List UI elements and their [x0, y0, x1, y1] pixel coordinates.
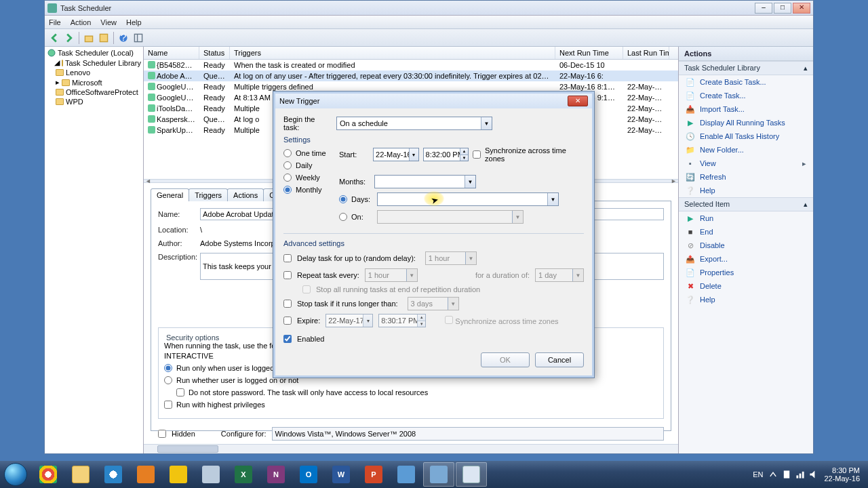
collapse-icon[interactable]: ▴	[804, 64, 808, 73]
menu-view[interactable]: View	[100, 18, 117, 26]
close-button[interactable]: ✕	[793, 3, 810, 14]
chevron-down-icon[interactable]: ▼	[547, 193, 558, 205]
daily-radio[interactable]	[283, 161, 292, 169]
table-row[interactable]: {B5458276-9...ReadyWhen the task is crea…	[144, 60, 678, 70]
tree-folder[interactable]: OfficeSoftwareProtect	[46, 87, 142, 97]
sync-tz-check[interactable]	[473, 150, 481, 159]
action-item[interactable]: ❔Help	[679, 184, 813, 197]
col-last-run[interactable]: Last Run Time	[623, 47, 669, 59]
tray-network-icon[interactable]	[795, 470, 805, 479]
taskbar-word-icon[interactable]: W	[326, 462, 357, 487]
action-item[interactable]: ▪View▸	[679, 157, 813, 170]
taskbar-onenote-icon[interactable]: N	[260, 462, 292, 487]
action-item[interactable]: 📁New Folder...	[679, 143, 813, 157]
tree-folder[interactable]: WPD	[46, 97, 142, 106]
configure-for-select[interactable]: Windows Vista™, Windows Server™ 2008	[272, 427, 664, 441]
action-item[interactable]: ■End	[679, 225, 813, 239]
tree-folder[interactable]: Lenovo	[46, 68, 142, 77]
calendar-drop-icon[interactable]: ▾	[409, 148, 418, 161]
tree-root[interactable]: Task Scheduler (Local)	[46, 48, 142, 58]
taskbar-media-icon[interactable]	[130, 462, 161, 487]
stop-if-check[interactable]	[283, 300, 292, 308]
toolbar-pane-icon[interactable]	[132, 31, 145, 45]
days-combo[interactable]: ▼	[377, 192, 559, 206]
menu-action[interactable]: Action	[71, 18, 92, 26]
action-item[interactable]: 📤Export...	[679, 252, 813, 266]
action-item[interactable]: 📥Import Task...	[679, 102, 813, 116]
tray-up-icon[interactable]	[768, 470, 778, 479]
refresh-icon[interactable]	[97, 31, 111, 45]
no-store-pw-check[interactable]	[176, 388, 184, 396]
taskbar-chrome-icon[interactable]	[33, 462, 64, 487]
cancel-button[interactable]: Cancel	[535, 352, 584, 367]
expire-check[interactable]	[283, 317, 292, 325]
repeat-check[interactable]	[283, 271, 292, 279]
taskbar-app2-icon[interactable]	[391, 462, 422, 487]
chevron-down-icon[interactable]: ▼	[481, 117, 492, 129]
hidden-check[interactable]	[158, 430, 166, 438]
weekly-radio[interactable]	[283, 174, 292, 182]
spin-down-icon[interactable]: ▼	[460, 155, 468, 161]
tree-folder[interactable]: ▸Microsoft	[46, 77, 142, 87]
action-item[interactable]: 📄Create Basic Task...	[679, 75, 813, 89]
taskbar-outlook-icon[interactable]: O	[293, 462, 324, 487]
ok-button[interactable]: OK	[481, 352, 530, 367]
system-tray[interactable]: EN 8:30 PM 22-May-16	[753, 466, 867, 483]
taskbar-app-icon[interactable]	[163, 462, 194, 487]
highest-priv-check[interactable]	[164, 401, 172, 409]
language-indicator[interactable]: EN	[753, 470, 763, 479]
tray-volume-icon[interactable]	[809, 470, 818, 479]
on-radio[interactable]	[339, 213, 347, 221]
action-item[interactable]: ⊘Disable	[679, 239, 813, 252]
delay-check[interactable]	[283, 254, 292, 262]
help-toolbar-icon[interactable]: ?	[117, 31, 130, 45]
taskbar-running-app-icon[interactable]	[423, 462, 454, 487]
days-radio[interactable]	[339, 195, 347, 203]
start-button[interactable]	[1, 461, 30, 488]
action-item[interactable]: 🔄Refresh	[679, 170, 813, 184]
action-item[interactable]: ✖Delete	[679, 279, 813, 293]
col-triggers[interactable]: Triggers	[230, 47, 555, 59]
hscroll[interactable]	[144, 444, 678, 453]
tree-library[interactable]: ◢ Task Scheduler Library	[46, 58, 142, 68]
clock[interactable]: 8:30 PM 22-May-16	[824, 466, 860, 483]
begin-task-combo[interactable]: On a schedule▼	[336, 117, 492, 130]
col-next-run[interactable]: Next Run Time	[555, 47, 623, 59]
action-item[interactable]: ❔Help	[679, 293, 813, 306]
collapse-icon[interactable]: ▴	[804, 200, 808, 209]
monthly-radio[interactable]	[283, 186, 292, 194]
start-date-input[interactable]: 22-May-16▾	[373, 148, 418, 161]
taskbar-excel-icon[interactable]: X	[228, 462, 259, 487]
run-logged-on-radio[interactable]	[164, 364, 172, 372]
table-row[interactable]: Adobe Acro...QueuedAt log on of any user…	[144, 70, 678, 81]
up-button[interactable]	[82, 31, 96, 45]
col-name[interactable]: Name	[144, 47, 199, 59]
run-whether-radio[interactable]	[164, 376, 172, 384]
spin-up-icon[interactable]: ▲	[460, 148, 468, 155]
nav-back-icon[interactable]	[47, 31, 61, 45]
taskbar-explorer-icon[interactable]	[65, 462, 96, 487]
dialog-close-button[interactable]: ✕	[568, 96, 588, 106]
action-item[interactable]: ▶Display All Running Tasks	[679, 116, 813, 129]
chevron-down-icon[interactable]: ▼	[465, 176, 475, 188]
taskbar-task-scheduler-icon[interactable]	[456, 462, 487, 487]
one-time-radio[interactable]	[283, 149, 292, 157]
months-combo[interactable]: ▼	[374, 175, 476, 188]
action-item[interactable]: 🕓Enable All Tasks History	[679, 129, 813, 143]
tab-general[interactable]: General	[151, 188, 189, 201]
taskbar[interactable]: X N O W P EN 8:30 PM 22-May-16	[0, 461, 868, 488]
col-status[interactable]: Status	[199, 47, 230, 59]
taskbar-calc-icon[interactable]	[195, 462, 226, 487]
nav-forward-icon[interactable]	[62, 31, 76, 45]
action-item[interactable]: ▶Run	[679, 211, 813, 225]
enabled-check[interactable]	[283, 335, 292, 343]
maximize-button[interactable]: □	[774, 3, 791, 14]
tab-triggers[interactable]: Triggers	[189, 188, 228, 201]
action-item[interactable]: 📄Properties	[679, 266, 813, 279]
tray-flag-icon[interactable]	[782, 470, 791, 479]
menu-help[interactable]: Help	[126, 18, 142, 26]
taskbar-ie-icon[interactable]	[98, 462, 129, 487]
tab-actions[interactable]: Actions	[227, 188, 264, 201]
titlebar[interactable]: Task Scheduler – □ ✕	[45, 1, 813, 16]
start-time-input[interactable]: 8:32:00 PM▲▼	[423, 148, 469, 161]
